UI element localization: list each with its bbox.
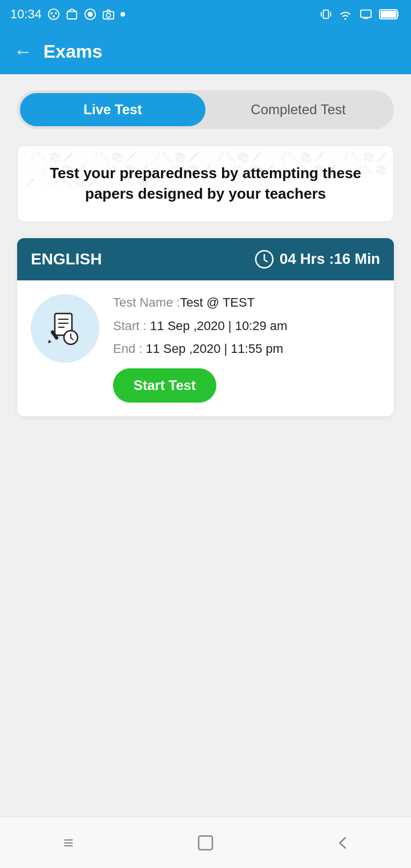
test-card-header: ENGLISH 04 Hrs :16 Min [17, 238, 394, 280]
svg-point-3 [53, 15, 55, 18]
test-name-label: Test Name : [113, 295, 180, 310]
svg-point-0 [49, 9, 59, 19]
bottom-nav: ≡ [0, 817, 411, 868]
clock-icon [255, 250, 274, 269]
test-subject: ENGLISH [31, 250, 102, 268]
tab-completed-test[interactable]: Completed Test [206, 93, 391, 126]
test-end-row: End : 11 Sep ,2020 | 11:55 pm [113, 340, 380, 358]
test-document-icon [45, 308, 86, 349]
timer-value: 04 Hrs :16 Min [280, 250, 380, 268]
home-nav-icon[interactable] [191, 829, 220, 857]
test-name-row: Test Name :Test @ TEST [113, 294, 380, 312]
wifi-icon [338, 8, 353, 21]
test-end-label: End : [113, 341, 142, 356]
svg-point-6 [87, 11, 92, 17]
svg-rect-10 [361, 10, 371, 18]
test-card-body: Test Name :Test @ TEST Start : 11 Sep ,2… [17, 280, 394, 416]
test-start-label: Start : [113, 319, 147, 333]
test-end-value: 11 Sep ,2020 | 11:55 pm [146, 341, 284, 356]
record-icon [84, 8, 96, 21]
svg-point-8 [106, 13, 110, 17]
status-time: 10:34 [10, 7, 42, 22]
status-bar-right [320, 8, 401, 21]
battery-icon [379, 8, 401, 21]
back-button[interactable]: ← [14, 42, 32, 61]
svg-point-1 [51, 12, 53, 14]
square-icon [195, 833, 216, 853]
home-icon [66, 8, 78, 21]
svg-rect-12 [381, 11, 396, 18]
camera-icon [102, 8, 115, 21]
back-nav-icon[interactable] [328, 829, 357, 857]
palette-icon [47, 8, 60, 21]
menu-icon[interactable]: ≡ [54, 829, 83, 857]
app-header: ← Exams [0, 29, 411, 74]
status-bar: 10:34 [0, 0, 411, 29]
svg-rect-4 [67, 11, 77, 19]
page-title: Exams [43, 41, 102, 62]
vibrate-icon [320, 8, 332, 21]
test-start-value: 11 Sep ,2020 | 10:29 am [150, 319, 288, 333]
start-test-button[interactable]: Start Test [113, 368, 216, 403]
tab-live-test[interactable]: Live Test [20, 93, 206, 126]
svg-rect-20 [199, 836, 212, 850]
test-name-value: Test @ TEST [180, 295, 255, 310]
svg-rect-9 [323, 10, 328, 19]
screen-icon [358, 8, 373, 21]
banner-text: Test your preparedness by attempting the… [31, 163, 380, 204]
test-timer: 04 Hrs :16 Min [255, 250, 380, 269]
tab-switcher: Live Test Completed Test [17, 90, 394, 129]
test-details: Test Name :Test @ TEST Start : 11 Sep ,2… [113, 294, 380, 403]
test-card: ENGLISH 04 Hrs :16 Min [17, 238, 394, 416]
test-icon-circle [31, 294, 99, 363]
test-start-row: Start : 11 Sep ,2020 | 10:29 am [113, 318, 380, 335]
triangle-back-icon [334, 834, 351, 851]
banner: 📝✏️📚🖊️📄📝✏️📚🖊️📄📝✏️📚🖊️📄📝✏️📚🖊️📄📝✏️📚🖊️📄📝✏️📚🖊… [17, 145, 394, 222]
main-content: Live Test Completed Test 📝✏️📚🖊️📄📝✏️📚🖊️📄📝… [0, 74, 411, 817]
dot-icon [120, 12, 125, 17]
status-bar-left: 10:34 [10, 7, 125, 22]
svg-point-2 [55, 12, 57, 14]
